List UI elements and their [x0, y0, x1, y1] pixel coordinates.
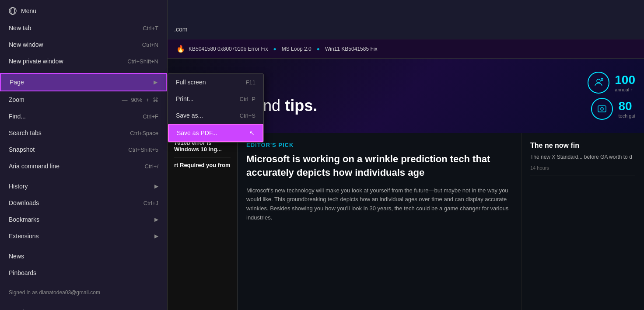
snapshot-item[interactable]: Snapshot Ctrl+Shift+5: [0, 141, 167, 158]
main-article: EDITOR'S PICK Microsoft is working on a …: [238, 133, 522, 310]
signed-in-item: Signed in as dianatodea03@gmail.com: [0, 285, 167, 300]
article-body: Microsoft's new technology will make you…: [246, 186, 512, 223]
snapshot-label: Snapshot: [9, 146, 35, 153]
page-label: Page: [10, 79, 24, 86]
bookmarks-arrow: ▶: [154, 216, 158, 223]
svg-point-5: [601, 108, 603, 110]
downloads-item[interactable]: Downloads Ctrl+J: [0, 195, 167, 211]
page-submenu: Full screen F11 Print... Ctrl+P Save as.…: [168, 73, 264, 143]
content-area: 7010b error is Windows 10 ing... rt Requ…: [168, 133, 644, 310]
new-private-window-item[interactable]: New private window Ctrl+Shift+N: [0, 53, 167, 70]
url-display: .com: [174, 26, 187, 33]
new-private-window-label: New private window: [9, 58, 63, 65]
zoom-item: Zoom — 90% + ⌘: [0, 91, 167, 108]
zoom-controls: — 90% + ⌘: [122, 97, 158, 103]
page-arrow: ▶: [154, 79, 158, 85]
opera-icon: [9, 7, 17, 15]
extensions-label: Extensions: [9, 233, 38, 240]
bookmarks-item[interactable]: Bookmarks ▶: [0, 211, 167, 228]
trending-bar: 🔥 KB5041580 0x8007010b Error Fix ● MS Lo…: [176, 45, 635, 53]
article-title: Microsoft is working on a wrinkle predic…: [246, 153, 512, 180]
new-window-label: New window: [9, 41, 43, 48]
print-item[interactable]: Print... Ctrl+P: [168, 91, 263, 107]
news-label: News: [9, 253, 24, 260]
history-item[interactable]: History ▶: [0, 178, 167, 195]
new-window-item[interactable]: New window Ctrl+N: [0, 36, 167, 53]
pinboards-label: Pinboards: [9, 269, 36, 276]
site-header: 🔥 KB5041580 0x8007010b Error Fix ● MS Lo…: [168, 39, 644, 59]
pinboards-item[interactable]: Pinboards: [0, 265, 167, 281]
zoom-level: 90%: [131, 97, 142, 103]
save-as-pdf-item[interactable]: Save as PDF... ↖: [168, 124, 263, 142]
dot-1: ●: [273, 46, 276, 52]
stat-2-info: 80 tech gui: [618, 99, 635, 118]
error-preview: 7010b error is Windows 10 ing... rt Requ…: [168, 133, 238, 310]
stat-1: 100 annual r: [588, 72, 635, 94]
fullscreen-shortcut: F11: [246, 79, 256, 86]
side-body: The new X Standard... before GA worth to…: [530, 153, 635, 161]
dot-2: ●: [317, 46, 320, 52]
trending-item-3: Win11 KB5041585 Fix: [325, 46, 377, 52]
find-label: Find...: [9, 113, 26, 120]
menu-title-item: Menu: [0, 2, 167, 20]
downloads-shortcut: Ctrl+J: [144, 200, 158, 206]
new-tab-shortcut: Ctrl+T: [143, 25, 158, 31]
save-as-label: Save as...: [176, 112, 203, 119]
print-shortcut: Ctrl+P: [240, 96, 256, 102]
print-label: Print...: [176, 95, 193, 102]
new-tab-label: New tab: [9, 24, 31, 31]
signed-in-label: Signed in as dianatodea03@gmail.com: [9, 289, 100, 296]
new-tab-item[interactable]: New tab Ctrl+T: [0, 20, 167, 36]
history-label: History: [9, 183, 28, 190]
hero-stats: 100 annual r 80 tech gui: [588, 72, 635, 120]
trending-item-2: MS Loop 2.0: [282, 46, 312, 52]
stat-1-info: 100 annual r: [615, 73, 635, 92]
extensions-item[interactable]: Extensions ▶: [0, 228, 167, 244]
svg-rect-4: [598, 106, 606, 112]
cursor-icon: ↖: [249, 129, 255, 136]
save-as-item[interactable]: Save as... Ctrl+S: [168, 107, 263, 124]
svg-point-0: [9, 7, 16, 14]
svg-rect-3: [601, 78, 603, 80]
aria-command-line-item[interactable]: Aria command line Ctrl+/: [0, 158, 167, 174]
aria-command-line-label: Aria command line: [9, 163, 60, 170]
search-tabs-item[interactable]: Search tabs Ctrl+Space: [0, 125, 167, 141]
bookmarks-label: Bookmarks: [9, 216, 39, 223]
fire-icon: 🔥: [176, 45, 185, 53]
save-as-pdf-label: Save as PDF...: [177, 129, 217, 136]
side-article: The ne now fin The new X Standard... bef…: [522, 133, 644, 310]
developer-item[interactable]: Developer ▶: [0, 304, 167, 310]
news-item[interactable]: News: [0, 248, 167, 265]
trending-item-1: KB5041580 0x8007010b Error Fix: [189, 46, 268, 52]
find-shortcut: Ctrl+F: [143, 113, 158, 120]
stat-2-icon: [591, 98, 613, 120]
find-item[interactable]: Find... Ctrl+F: [0, 108, 167, 125]
extensions-arrow: ▶: [154, 233, 158, 239]
error-text-2: rt Required you from: [174, 162, 231, 168]
side-meta: 14 hours: [530, 165, 635, 171]
stat-2: 80 tech gui: [591, 98, 635, 120]
snapshot-shortcut: Ctrl+Shift+5: [128, 146, 158, 153]
side-title: The ne now fin: [530, 142, 635, 150]
downloads-label: Downloads: [9, 199, 39, 206]
zoom-label: Zoom: [9, 96, 24, 103]
svg-point-2: [597, 79, 600, 83]
menu-title-label: Menu: [21, 7, 36, 14]
zoom-reset[interactable]: ⌘: [153, 97, 158, 103]
editor-pick-label: EDITOR'S PICK: [246, 142, 512, 148]
fullscreen-item[interactable]: Full screen F11: [168, 74, 263, 91]
main-menu: Menu New tab Ctrl+T New window Ctrl+N Ne…: [0, 0, 168, 310]
website-background: .com 🔥 KB5041580 0x8007010b Error Fix ● …: [168, 20, 644, 310]
save-as-shortcut: Ctrl+S: [240, 112, 256, 119]
stat-1-icon: [588, 72, 609, 94]
new-private-window-shortcut: Ctrl+Shift+N: [127, 58, 158, 65]
zoom-minus[interactable]: —: [122, 97, 127, 103]
new-window-shortcut: Ctrl+N: [142, 42, 158, 48]
aria-command-line-shortcut: Ctrl+/: [145, 163, 158, 170]
search-tabs-shortcut: Ctrl+Space: [130, 130, 158, 136]
zoom-plus[interactable]: +: [146, 97, 149, 103]
page-item[interactable]: Page ▶: [0, 73, 167, 91]
fullscreen-label: Full screen: [176, 79, 206, 86]
svg-point-1: [11, 7, 15, 14]
search-tabs-label: Search tabs: [9, 129, 42, 136]
